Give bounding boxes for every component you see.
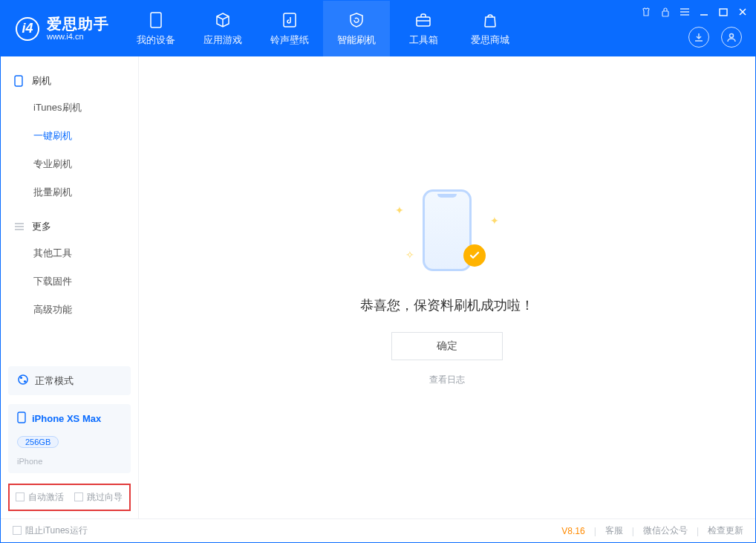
sparkle-icon: ✦ (490, 215, 499, 227)
sidebar-group-label: 刷机 (32, 74, 51, 88)
tab-my-device[interactable]: 我的设备 (123, 1, 189, 56)
svg-rect-1 (284, 13, 296, 27)
mode-icon (17, 374, 29, 388)
sidebar-item-other-tools[interactable]: 其他工具 (1, 239, 138, 267)
svg-rect-10 (18, 412, 25, 423)
device-type: iPhone (17, 457, 42, 466)
list-icon (14, 222, 26, 231)
svg-rect-4 (720, 9, 727, 16)
hero: ✦ ✦ ✧ 恭喜您，保资料刷机成功啦！ 确定 查看日志 (360, 189, 534, 386)
phone-small-icon (17, 412, 26, 426)
brand-name: 爱思助手 (47, 16, 109, 32)
sidebar-group-flash: 刷机 (1, 68, 138, 94)
device-icon (150, 11, 162, 29)
tab-flash[interactable]: 智能刷机 (323, 1, 390, 56)
svg-point-9 (24, 380, 26, 383)
tab-label: 铃声壁纸 (270, 33, 309, 47)
svg-rect-3 (662, 11, 668, 16)
tab-label: 应用游戏 (203, 33, 242, 47)
sidebar-item-firmware[interactable]: 下载固件 (1, 267, 138, 296)
tab-apps[interactable]: 应用游戏 (189, 1, 256, 56)
tab-label: 我的设备 (137, 33, 175, 47)
shield-refresh-icon (348, 11, 365, 29)
checkbox-label: 跳过向导 (87, 492, 123, 502)
statusbar: 阻止iTunes运行 V8.16 | 客服 | 微信公众号 | 检查更新 (1, 518, 755, 542)
device-storage: 256GB (17, 436, 59, 448)
cube-icon (215, 11, 231, 29)
sidebar-item-itunes-flash[interactable]: iTunes刷机 (1, 94, 138, 122)
svg-rect-0 (151, 13, 161, 27)
mode-card[interactable]: 正常模式 (8, 366, 131, 395)
phone-icon (14, 75, 26, 87)
download-icon[interactable] (688, 27, 709, 48)
minimize-icon[interactable] (699, 7, 709, 17)
view-log-link[interactable]: 查看日志 (429, 374, 465, 386)
check-badge-icon (463, 244, 486, 267)
sidebar-item-onekey-flash[interactable]: 一键刷机 (1, 122, 138, 150)
content: ✦ ✦ ✧ 恭喜您，保资料刷机成功啦！ 确定 查看日志 (139, 56, 755, 518)
check-update-link[interactable]: 检查更新 (708, 524, 743, 537)
tab-label: 工具箱 (409, 33, 438, 47)
tab-label: 智能刷机 (337, 33, 376, 47)
brand-url: www.i4.cn (47, 32, 109, 41)
options-row: 自动激活 跳过向导 (8, 484, 131, 511)
device-name: iPhone XS Max (32, 413, 101, 424)
sidebar-item-pro-flash[interactable]: 专业刷机 (1, 150, 138, 178)
titlebar: i4 爱思助手 www.i4.cn 我的设备 应用游戏 铃声壁纸 智能刷机 (1, 1, 755, 56)
shirt-icon[interactable] (641, 7, 651, 17)
toolbox-icon (415, 11, 431, 29)
mode-label: 正常模式 (35, 374, 74, 388)
menu-icon[interactable] (680, 7, 690, 17)
svg-rect-6 (15, 76, 22, 86)
success-title: 恭喜您，保资料刷机成功啦！ (360, 296, 534, 314)
skip-guide-checkbox[interactable]: 跳过向导 (74, 491, 123, 504)
sparkle-icon: ✧ (405, 249, 414, 261)
sidebar: 刷机 iTunes刷机 一键刷机 专业刷机 批量刷机 更多 其他工具 下载固件 … (1, 56, 139, 518)
music-file-icon (282, 11, 297, 29)
close-icon[interactable] (737, 7, 748, 17)
bag-icon (483, 11, 498, 29)
sidebar-group-label: 更多 (32, 220, 51, 233)
separator: | (632, 526, 634, 536)
checkbox-label: 阻止iTunes运行 (25, 525, 88, 536)
lock-icon[interactable] (660, 7, 671, 17)
separator: | (697, 526, 699, 536)
sidebar-item-advanced[interactable]: 高级功能 (1, 296, 138, 324)
tab-ringtone[interactable]: 铃声壁纸 (256, 1, 323, 56)
sidebar-group-more: 更多 (1, 214, 138, 239)
body: 刷机 iTunes刷机 一键刷机 专业刷机 批量刷机 更多 其他工具 下载固件 … (1, 56, 755, 518)
device-card[interactable]: iPhone XS Max 256GB iPhone (8, 404, 131, 473)
wechat-link[interactable]: 微信公众号 (643, 524, 688, 537)
nav-tabs: 我的设备 应用游戏 铃声壁纸 智能刷机 工具箱 爱思商城 (123, 1, 524, 56)
svg-point-8 (20, 377, 22, 379)
block-itunes-checkbox[interactable]: 阻止iTunes运行 (13, 524, 88, 537)
svg-point-7 (19, 375, 27, 384)
logo-icon: i4 (16, 17, 39, 41)
checkbox-label: 自动激活 (28, 492, 64, 502)
maximize-icon[interactable] (718, 7, 729, 17)
sidebar-item-batch-flash[interactable]: 批量刷机 (1, 178, 138, 207)
svg-point-5 (730, 34, 734, 38)
logo: i4 爱思助手 www.i4.cn (1, 1, 123, 56)
tab-toolbox[interactable]: 工具箱 (390, 1, 457, 56)
separator: | (594, 526, 596, 536)
sparkle-icon: ✦ (395, 204, 404, 216)
success-illustration: ✦ ✦ ✧ (373, 189, 521, 279)
user-icon[interactable] (721, 27, 742, 48)
app-window: i4 爱思助手 www.i4.cn 我的设备 应用游戏 铃声壁纸 智能刷机 (0, 0, 756, 543)
support-link[interactable]: 客服 (605, 524, 623, 537)
tab-store[interactable]: 爱思商城 (457, 1, 524, 56)
svg-rect-2 (417, 17, 430, 26)
ok-button[interactable]: 确定 (391, 332, 503, 360)
version-label: V8.16 (561, 526, 584, 536)
auto-activate-checkbox[interactable]: 自动激活 (16, 491, 64, 504)
tab-label: 爱思商城 (471, 33, 509, 47)
titlebar-right-icons (688, 27, 742, 48)
window-controls (641, 7, 748, 17)
